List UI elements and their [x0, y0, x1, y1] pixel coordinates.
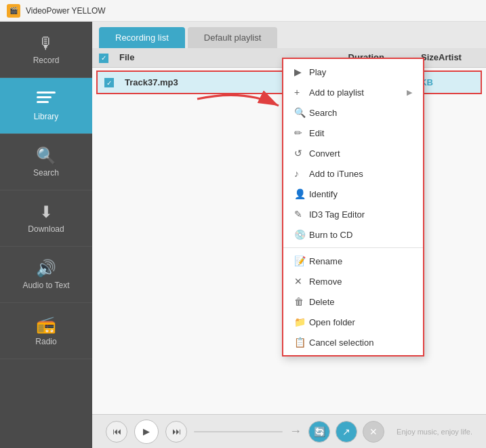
- bottom-bar: ⏮ ▶ ⏭ → 🔄 ↗ ✕ Enjoy music, enjoy life.: [92, 414, 486, 448]
- sidebar-label-library: Library: [34, 112, 59, 121]
- app-title: VideoPower YELLOW: [26, 6, 106, 16]
- menu-label-burn-to-cd: Burn to CD: [309, 230, 412, 240]
- identify-icon: 👤: [294, 188, 309, 199]
- cancel-icon: 📋: [294, 337, 309, 348]
- table-area: ✓ File Duration Size Artist ✓ Track37.mp…: [92, 48, 486, 414]
- convert-icon: ↺: [294, 148, 309, 159]
- menu-item-add-to-itunes[interactable]: ♪ Add to iTunes: [283, 163, 423, 184]
- menu-label-play: Play: [309, 67, 412, 77]
- search-icon-menu: 🔍: [294, 107, 309, 118]
- mic-icon: 🎙: [38, 34, 54, 53]
- loop-button[interactable]: 🔄: [308, 421, 330, 443]
- sidebar-item-download[interactable]: ⬇ Download: [0, 190, 92, 247]
- tab-default-playlist[interactable]: Default playlist: [188, 27, 278, 48]
- submenu-arrow-icon: ▶: [407, 88, 412, 97]
- add-icon: +: [294, 87, 309, 98]
- menu-label-edit: Edit: [309, 128, 412, 138]
- menu-item-open-folder[interactable]: 📁 Open folder: [283, 312, 423, 332]
- tab-recording-list[interactable]: Recording list: [99, 27, 185, 48]
- menu-label-cancel-selection: Cancel selection: [309, 338, 412, 348]
- folder-icon: 📁: [294, 317, 309, 327]
- menu-item-burn-to-cd[interactable]: 💿 Burn to CD: [283, 224, 423, 245]
- sidebar-label-audio-to-text: Audio to Text: [22, 281, 69, 290]
- menu-item-identify[interactable]: 👤 Identify: [283, 184, 423, 204]
- menu-item-convert[interactable]: ↺ Convert: [283, 143, 423, 163]
- row-checkbox[interactable]: ✓: [104, 78, 114, 87]
- enjoy-text: Enjoy music, enjoy life.: [397, 428, 472, 436]
- menu-label-rename: Rename: [309, 256, 412, 266]
- sidebar-label-record: Record: [33, 56, 60, 65]
- audio-text-icon: 🔊: [36, 259, 56, 278]
- sidebar-item-radio[interactable]: 📻 Radio: [0, 303, 92, 359]
- menu-item-cancel-selection[interactable]: 📋 Cancel selection: [283, 332, 423, 352]
- menu-label-add-to-playlist: Add to playlist: [309, 87, 407, 98]
- svg-rect-2: [37, 101, 49, 103]
- app-icon: 🎬: [7, 4, 20, 18]
- menu-item-rename[interactable]: 📝 Rename: [283, 251, 423, 271]
- sidebar-item-record[interactable]: 🎙 Record: [0, 22, 92, 78]
- bottom-action-buttons: 🔄 ↗ ✕: [308, 421, 384, 443]
- menu-divider: [283, 247, 423, 248]
- context-menu: ▶ Play + Add to playlist ▶ 🔍 Search ✏ Ed…: [282, 58, 424, 357]
- radio-icon: 📻: [36, 315, 56, 334]
- close-media-button[interactable]: ✕: [363, 421, 384, 443]
- menu-item-play[interactable]: ▶ Play: [283, 62, 423, 82]
- sidebar-item-library[interactable]: Library: [0, 78, 92, 134]
- menu-item-remove[interactable]: ✕ Remove: [283, 271, 423, 291]
- id3-icon: ✎: [294, 209, 309, 220]
- sidebar-label-search: Search: [33, 168, 59, 178]
- sidebar-item-audio-to-text[interactable]: 🔊 Audio to Text: [0, 247, 92, 303]
- play-icon: ▶: [294, 66, 309, 77]
- next-button[interactable]: ⏭: [165, 421, 187, 443]
- prev-button[interactable]: ⏮: [106, 421, 127, 443]
- progress-bar[interactable]: [194, 431, 283, 432]
- share-button[interactable]: ↗: [336, 421, 357, 443]
- download-icon: ⬇: [39, 203, 53, 222]
- search-icon-sidebar: 🔍: [36, 146, 56, 165]
- remove-icon: ✕: [294, 276, 309, 287]
- menu-label-remove: Remove: [309, 277, 412, 287]
- music-icon: [37, 90, 56, 109]
- col-header-artist: Artist: [439, 52, 479, 62]
- menu-item-add-to-playlist[interactable]: + Add to playlist ▶: [283, 82, 423, 102]
- burn-icon: 💿: [294, 229, 309, 240]
- sidebar-label-download: Download: [28, 224, 64, 234]
- delete-icon: 🗑: [294, 296, 309, 307]
- header-checkbox[interactable]: ✓: [99, 54, 108, 63]
- menu-label-open-folder: Open folder: [309, 317, 412, 327]
- title-bar: 🎬 VideoPower YELLOW: [0, 0, 486, 22]
- rename-icon: 📝: [294, 256, 309, 266]
- menu-label-add-to-itunes: Add to iTunes: [309, 169, 412, 179]
- itunes-icon: ♪: [294, 168, 309, 179]
- sidebar-item-search[interactable]: 🔍 Search: [0, 134, 92, 190]
- menu-label-search: Search: [309, 108, 412, 118]
- menu-label-delete: Delete: [309, 297, 412, 307]
- main-layout: 🎙 Record Library 🔍 Search ⬇ Download 🔊 A: [0, 22, 486, 448]
- tab-bar: Recording list Default playlist: [92, 22, 486, 48]
- menu-item-id3-tag-editor[interactable]: ✎ ID3 Tag Editor: [283, 204, 423, 224]
- menu-label-convert: Convert: [309, 148, 412, 159]
- svg-rect-1: [37, 96, 52, 98]
- menu-label-identify: Identify: [309, 189, 412, 199]
- content-area: Recording list Default playlist ✓ File D…: [92, 22, 486, 448]
- play-pause-button[interactable]: ▶: [134, 420, 159, 444]
- arrow-icon: →: [289, 424, 302, 439]
- sidebar: 🎙 Record Library 🔍 Search ⬇ Download 🔊 A: [0, 22, 92, 448]
- menu-item-delete[interactable]: 🗑 Delete: [283, 291, 423, 312]
- svg-rect-0: [37, 91, 56, 94]
- menu-label-id3-tag-editor: ID3 Tag Editor: [309, 209, 412, 220]
- menu-item-edit[interactable]: ✏ Edit: [283, 123, 423, 143]
- sidebar-label-radio: Radio: [35, 337, 56, 346]
- menu-item-search[interactable]: 🔍 Search: [283, 102, 423, 123]
- edit-icon: ✏: [294, 127, 309, 138]
